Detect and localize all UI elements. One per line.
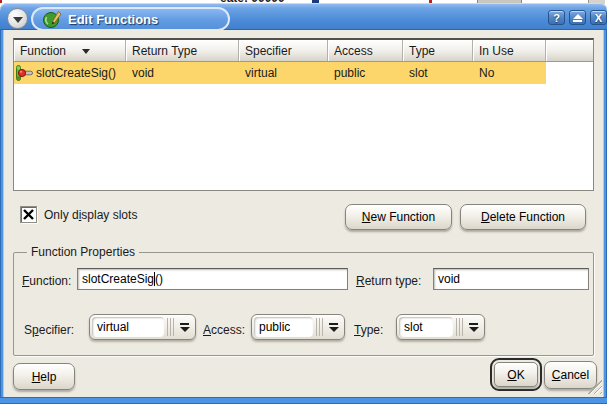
cell-return-type: void: [126, 62, 239, 84]
dialog-body: Function Return Type Specifier Access Ty…: [4, 30, 603, 397]
question-mark-icon: ?: [553, 12, 560, 24]
screen: eate: 00000 Edit Functions ?: [0, 0, 607, 408]
function-list: Function Return Type Specifier Access Ty…: [13, 38, 594, 191]
checkmark-x-icon: [22, 208, 35, 221]
sort-descending-icon: [82, 49, 90, 54]
dropdown-arrow-icon: [467, 323, 480, 332]
window-titlebar[interactable]: Edit Functions ? X: [0, 3, 607, 30]
shade-icon: [573, 14, 583, 19]
specifier-select[interactable]: virtual: [89, 314, 196, 340]
cell-specifier: virtual: [239, 62, 328, 84]
help-window-button[interactable]: ?: [548, 10, 565, 25]
cancel-button[interactable]: Cancel: [544, 361, 597, 389]
combo-grip: [167, 318, 175, 336]
access-label: Access:: [203, 323, 245, 337]
cell-function: slotCreateSig(): [14, 62, 126, 84]
new-function-button[interactable]: New Function: [345, 204, 452, 230]
cell-type: slot: [403, 62, 473, 84]
window-title: Edit Functions: [68, 12, 158, 27]
close-icon: X: [595, 12, 602, 24]
background-fragment: [0, 0, 2, 3]
chevron-down-icon: [13, 17, 23, 23]
column-header-type[interactable]: Type: [403, 40, 473, 61]
shade-window-button[interactable]: [569, 10, 586, 25]
only-display-slots-checkbox[interactable]: [20, 206, 37, 223]
column-header-access[interactable]: Access: [328, 40, 403, 61]
return-type-input[interactable]: void: [433, 268, 589, 290]
close-window-button[interactable]: X: [590, 10, 607, 25]
ok-default-ring: OK: [490, 358, 542, 391]
function-list-header: Function Return Type Specifier Access Ty…: [14, 40, 593, 62]
return-type-label: Return type:: [356, 274, 421, 288]
cell-in-use: No: [473, 62, 546, 84]
help-button[interactable]: Help: [13, 363, 75, 390]
function-properties-group: Function Properties Function: slotCreate…: [13, 252, 594, 356]
titlebar-capsule: Edit Functions: [31, 7, 230, 31]
combo-grip: [456, 318, 464, 336]
only-display-slots-label: Only display slots: [44, 208, 137, 222]
window-menu-button[interactable]: [7, 8, 28, 29]
slot-icon: [16, 65, 33, 81]
column-header-in-use[interactable]: In Use: [473, 40, 546, 61]
dropdown-arrow-icon: [327, 323, 340, 332]
type-label: Type:: [354, 323, 383, 337]
specifier-label: Specifier:: [24, 323, 74, 337]
window-border-right: [603, 30, 607, 404]
group-title: Function Properties: [27, 245, 139, 259]
app-icon: [42, 9, 62, 29]
column-header-specifier[interactable]: Specifier: [239, 40, 328, 61]
cell-access: public: [328, 62, 403, 84]
ok-button[interactable]: OK: [494, 362, 538, 387]
access-select[interactable]: public: [251, 314, 345, 340]
column-header-function[interactable]: Function: [14, 40, 126, 61]
function-label: Function:: [22, 274, 71, 288]
column-header-return-type[interactable]: Return Type: [126, 40, 239, 61]
column-header-empty: [546, 40, 593, 61]
type-select[interactable]: slot: [396, 314, 485, 340]
delete-function-button[interactable]: Delete Function: [460, 204, 586, 230]
table-row[interactable]: slotCreateSig() void virtual public slot…: [14, 62, 593, 84]
shade-icon-bar: [573, 20, 582, 22]
combo-grip: [316, 318, 324, 336]
function-input[interactable]: slotCreateSig(): [77, 268, 348, 290]
window-border-bottom: [0, 397, 607, 404]
dropdown-arrow-icon: [178, 323, 191, 332]
